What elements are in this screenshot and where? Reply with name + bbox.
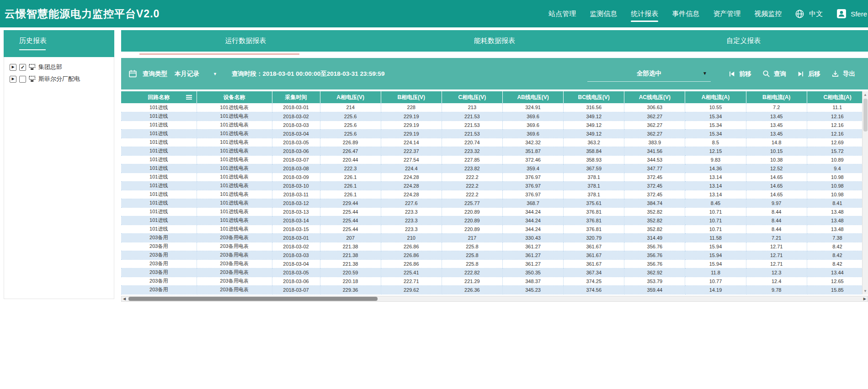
nav-item[interactable]: 统计报表 [624,0,665,27]
table-cell: 224.28 [381,173,442,181]
language-switch[interactable]: 中文 [809,10,823,18]
table-cell: 368.7 [502,199,563,207]
table-cell: 9.83 [685,155,746,164]
tree-item[interactable]: ▶✓集团总部 [10,61,114,73]
horizontal-scrollbar[interactable]: ◀ ▶ [121,296,868,302]
column-header[interactable]: AC线电压(V) [624,91,685,103]
column-header[interactable]: B相电流(A) [746,91,807,103]
vertical-scrollbar[interactable]: ▲ ▼ [862,91,868,294]
table-cell: 349.12 [564,129,624,138]
table-cell: 225.41 [381,268,442,277]
column-header[interactable]: A相电流(A) [685,91,746,103]
vertical-scroll-thumb[interactable] [863,99,868,131]
column-menu-icon[interactable] [186,97,192,98]
circuit-select[interactable]: 全部选中 ▼ [587,66,711,82]
search-button[interactable]: 查询 [762,70,786,78]
scroll-down-arrow-icon[interactable]: ▼ [863,289,868,293]
table-cell: 344.53 [624,155,685,164]
tab-inactive[interactable]: 自定义报表 [619,30,868,52]
tree-item-label[interactable]: 斯菲尔分厂配电 [38,75,80,83]
table-cell: 2018-03-01 [272,103,320,112]
table-row: 203备用203备用电表2018-03-02221.38226.86225.83… [121,242,868,251]
table-cell: 203备用 [121,285,197,294]
user-name[interactable]: Sfere [851,10,867,18]
table-cell: 226.86 [381,242,442,251]
table-cell: 11.1 [807,103,868,112]
table-row: 101进线101进线电表2018-03-05226.89224.14220.74… [121,138,868,147]
column-header[interactable]: BC线电压(V) [564,91,624,103]
table-cell: 8.44 [746,216,807,225]
tree-checkbox[interactable] [19,76,26,83]
tab-inactive[interactable]: 能耗数据报表 [370,30,619,52]
sidebar-header: 历史报表 [4,30,114,57]
table-cell: 356.76 [624,259,685,268]
nav-item[interactable]: 视频监控 [747,0,788,27]
table-cell: 2018-03-10 [272,181,320,190]
tab-active[interactable]: 运行数据报表 [121,30,370,52]
table-cell: 8.44 [746,207,807,216]
table-cell: 10.89 [807,155,868,164]
table-cell: 101进线电表 [197,207,272,216]
table-cell: 7.21 [746,233,807,242]
table-cell: 222.2 [442,181,502,190]
column-header[interactable]: AB线电压(V) [502,91,563,103]
table-cell: 101进线 [121,181,197,190]
table-cell: 15.34 [685,129,746,138]
horizontal-scroll-thumb[interactable] [128,297,378,301]
expand-arrow-icon[interactable]: ▶ [10,76,16,83]
column-header[interactable]: 回路名称 [121,91,197,103]
table-cell: 363.2 [564,138,624,147]
table-cell: 101进线电表 [197,173,272,181]
column-header[interactable]: C相电流(A) [807,91,868,103]
column-header[interactable]: 设备名称 [197,91,272,103]
column-header[interactable]: C相电压(V) [442,91,502,103]
table-cell: 358.84 [564,147,624,155]
column-header[interactable]: B相电压(V) [381,91,442,103]
scroll-right-arrow-icon[interactable]: ▶ [863,297,866,301]
table-cell: 101进线电表 [197,155,272,164]
expand-arrow-icon[interactable]: ▶ [10,64,16,71]
tree-item-label[interactable]: 集团总部 [38,63,62,71]
nav-item[interactable]: 资产管理 [706,0,747,27]
next-button[interactable]: 后移 [797,70,820,78]
table-cell: 2018-03-15 [272,225,320,233]
table-cell: 101进线 [121,164,197,173]
table-cell: 220.74 [442,138,502,147]
table-cell: 217 [442,233,502,242]
table-cell: 376.97 [502,181,563,190]
table-cell: 361.67 [564,242,624,251]
table-cell: 2018-03-09 [272,173,320,181]
scroll-up-arrow-icon[interactable]: ▲ [863,93,868,97]
column-header[interactable]: A相电压(V) [320,91,381,103]
globe-icon[interactable] [795,9,804,19]
user-icon[interactable] [836,9,847,19]
column-header[interactable]: 采集时间 [272,91,320,103]
prev-button[interactable]: 前移 [728,70,751,78]
tree-checkbox[interactable]: ✓ [19,64,26,71]
nav-item[interactable]: 站点管理 [542,0,583,27]
table-cell: 203备用电表 [197,233,272,242]
table-cell: 10.38 [746,155,807,164]
nav-item[interactable]: 事件信息 [665,0,706,27]
skip-previous-icon [728,70,735,78]
scroll-left-arrow-icon[interactable]: ◀ [123,297,126,301]
table-cell: 345.23 [502,285,563,294]
tree-item[interactable]: ▶斯菲尔分厂配电 [10,73,114,85]
chevron-down-icon: ▼ [213,72,217,76]
table-cell: 223.3 [381,216,442,225]
table-cell: 227.54 [381,155,442,164]
table-cell: 225.6 [320,129,381,138]
table-cell: 224.14 [381,138,442,147]
table-cell: 350.35 [502,268,563,277]
table-cell: 229.44 [320,199,381,207]
table-cell: 221.29 [442,277,502,285]
export-button[interactable]: 导出 [831,70,855,78]
table-cell: 224.28 [381,190,442,199]
table-cell: 361.67 [564,259,624,268]
table-cell: 15.94 [685,242,746,251]
table-row: 203备用203备用电表2018-03-03221.38226.86225.83… [121,251,868,259]
nav-item[interactable]: 监测信息 [583,0,624,27]
table-cell: 229.36 [320,285,381,294]
query-type-select[interactable]: 本月记录 ▼ [175,70,217,78]
query-type-label: 查询类型 [143,70,167,78]
